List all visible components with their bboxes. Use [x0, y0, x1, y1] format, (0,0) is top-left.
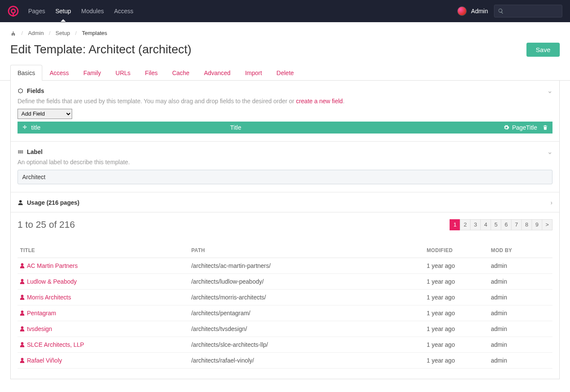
page-9[interactable]: 9 — [532, 219, 542, 230]
row-modified: 1 year ago — [424, 258, 488, 273]
row-modby: admin — [488, 258, 552, 273]
field-row[interactable]: title Title PageTitle — [18, 122, 552, 134]
label-panel: Label ⌄ An optional label to describe th… — [11, 142, 559, 192]
chevron-right-icon[interactable]: › — [550, 199, 552, 206]
crumb-current: Templates — [82, 30, 107, 36]
table-row: AC Martin Partners/architects/ac-martin-… — [18, 258, 552, 273]
crumb-admin[interactable]: Admin — [28, 30, 44, 36]
usage-table: TITLE PATH MODIFIED MOD BY AC Martin Par… — [18, 243, 552, 369]
tab-delete[interactable]: Delete — [269, 65, 301, 81]
fields-desc: Define the fields that are used by this … — [18, 98, 552, 105]
tab-access[interactable]: Access — [42, 65, 76, 81]
top-navbar: PagesSetupModulesAccess Admin — [0, 0, 570, 22]
page-7[interactable]: 7 — [511, 219, 522, 230]
page-2[interactable]: 2 — [460, 219, 471, 230]
nav-setup[interactable]: Setup — [56, 8, 71, 15]
label-desc: An optional label to describe this templ… — [18, 159, 552, 166]
barcode-icon — [18, 149, 23, 155]
crumb-setup[interactable]: Setup — [56, 30, 70, 36]
nav-pages[interactable]: Pages — [28, 8, 45, 15]
usage-heading: Usage (216 pages) — [27, 199, 79, 206]
label-input[interactable] — [18, 170, 552, 184]
tab-files[interactable]: Files — [138, 65, 165, 81]
nav-modules[interactable]: Modules — [81, 8, 104, 15]
row-title-link[interactable]: Pentagram — [20, 310, 186, 317]
user-icon — [20, 342, 24, 347]
tab-basics[interactable]: Basics — [10, 65, 42, 81]
field-name: title — [31, 124, 41, 131]
chevron-down-icon[interactable]: ⌄ — [547, 87, 552, 94]
search-icon — [498, 8, 504, 14]
tabs: BasicsAccessFamilyURLsFilesCacheAdvanced… — [0, 64, 570, 81]
search-input[interactable] — [506, 8, 558, 15]
row-title-link[interactable]: Ludlow & Peabody — [20, 278, 186, 285]
row-title-link[interactable]: Morris Architects — [20, 294, 186, 301]
table-row: Rafael Viñoly/architects/rafael-vinoly/1… — [18, 352, 552, 368]
gear-icon[interactable] — [503, 125, 509, 131]
table-row: SLCE Architects, LLP/architects/slce-arc… — [18, 337, 552, 352]
move-icon[interactable] — [22, 125, 28, 131]
field-type: PageTitle — [512, 124, 537, 131]
row-modby: admin — [488, 321, 552, 337]
user-icon — [20, 279, 24, 284]
page-1[interactable]: 1 — [450, 219, 460, 230]
tree-icon[interactable] — [10, 30, 16, 37]
row-path: /architects/slce-architects-llp/ — [189, 337, 424, 352]
col-modified[interactable]: MODIFIED — [424, 243, 488, 258]
row-modified: 1 year ago — [424, 305, 488, 321]
row-modby: admin — [488, 273, 552, 289]
page-next[interactable]: > — [542, 219, 552, 230]
row-title-link[interactable]: AC Martin Partners — [20, 262, 186, 269]
pager: 123456789> — [450, 219, 552, 230]
add-field-select[interactable]: Add Field — [18, 109, 72, 119]
col-path[interactable]: PATH — [189, 243, 424, 258]
field-label: Title — [230, 124, 500, 131]
page-3[interactable]: 3 — [470, 219, 481, 230]
nav-links: PagesSetupModulesAccess — [28, 8, 457, 15]
usage-range: 1 to 25 of 216 — [18, 219, 75, 230]
panel-wrap: Fields ⌄ Define the fields that are used… — [10, 81, 560, 379]
user-icon — [18, 200, 23, 206]
table-row: Ludlow & Peabody/architects/ludlow-peabo… — [18, 273, 552, 289]
table-row: Morris Architects/architects/morris-arch… — [18, 289, 552, 305]
row-path: /architects/ac-martin-partners/ — [189, 258, 424, 273]
row-modby: admin — [488, 337, 552, 352]
search-box[interactable] — [494, 5, 562, 17]
row-title-link[interactable]: Rafael Viñoly — [20, 357, 186, 364]
brand-logo[interactable] — [8, 6, 19, 17]
row-title-link[interactable]: tvsdesign — [20, 325, 186, 332]
usage-panel-head: Usage (216 pages) › — [11, 192, 559, 212]
fields-panel: Fields ⌄ Define the fields that are used… — [11, 81, 559, 142]
page-6[interactable]: 6 — [501, 219, 512, 230]
nav-access[interactable]: Access — [114, 8, 133, 15]
row-title-link[interactable]: SLCE Architects, LLP — [20, 341, 186, 348]
save-button[interactable]: Save — [526, 43, 560, 57]
col-modby[interactable]: MOD BY — [488, 243, 552, 258]
user-icon — [20, 263, 24, 268]
table-row: Pentagram/architects/pentagram/1 year ag… — [18, 305, 552, 321]
page-4[interactable]: 4 — [480, 219, 491, 230]
tab-urls[interactable]: URLs — [108, 65, 138, 81]
chevron-down-icon[interactable]: ⌄ — [547, 148, 552, 155]
tab-family[interactable]: Family — [76, 65, 108, 81]
user-icon — [20, 358, 24, 363]
row-modified: 1 year ago — [424, 352, 488, 368]
page-8[interactable]: 8 — [521, 219, 532, 230]
create-field-link[interactable]: create a new field — [296, 98, 343, 105]
page-5[interactable]: 5 — [491, 219, 501, 230]
row-modified: 1 year ago — [424, 273, 488, 289]
tab-advanced[interactable]: Advanced — [197, 65, 238, 81]
tab-import[interactable]: Import — [238, 65, 269, 81]
row-modby: admin — [488, 352, 552, 368]
trash-icon[interactable] — [542, 125, 548, 131]
row-path: /architects/morris-architects/ — [189, 289, 424, 305]
cube-icon — [18, 88, 23, 94]
breadcrumb: / Admin / Setup / Templates — [0, 22, 570, 41]
svg-point-1 — [12, 9, 15, 13]
usage-panel-body: 1 to 25 of 216 123456789> TITLE PATH MOD… — [11, 212, 559, 379]
tab-cache[interactable]: Cache — [165, 65, 196, 81]
col-title[interactable]: TITLE — [18, 243, 189, 258]
page-title: Edit Template: Architect (architect) — [10, 43, 526, 56]
row-path: /architects/rafael-vinoly/ — [189, 352, 424, 368]
user-menu[interactable]: Admin — [457, 6, 488, 16]
